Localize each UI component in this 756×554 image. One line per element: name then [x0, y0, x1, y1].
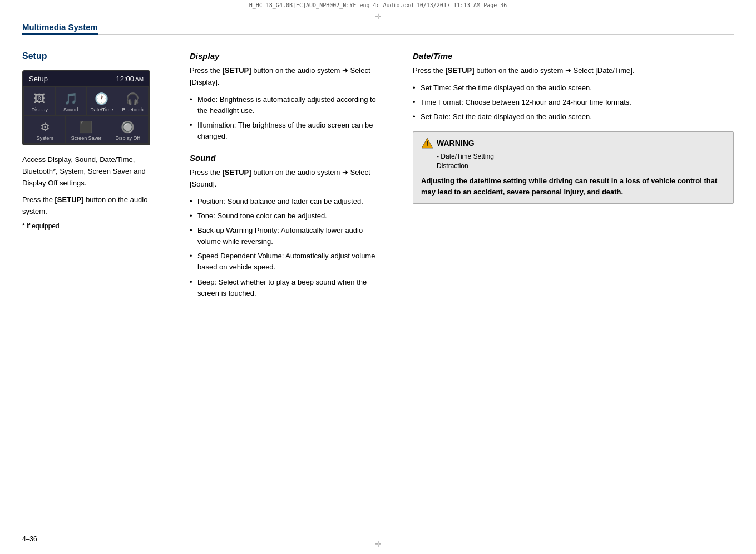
screen-header: Setup 12:00AM — [23, 71, 149, 86]
warning-header: ! WARNING — [421, 138, 725, 149]
setup-footnote: * if equipped — [22, 222, 161, 230]
page-title: Multimedia System — [22, 22, 98, 35]
screen-item-display[interactable]: 🖼 Display — [24, 87, 55, 115]
datetime-bullet-1: Set Time: Set the time displayed on the … — [413, 82, 734, 94]
screen-label-system: System — [37, 135, 53, 141]
sound-bullet-3: Back-up Warning Priority: Automatically … — [190, 225, 384, 247]
screen-setup-label: Setup — [29, 75, 48, 83]
screen-label-bluetooth: Bluetooth — [122, 107, 144, 112]
page-number: 4–36 — [22, 535, 37, 543]
col-divider-left — [184, 51, 184, 302]
crosshair-bottom-decoration: ✛ — [375, 538, 382, 550]
displayoff-icon: 🔘 — [121, 120, 135, 134]
file-header: H_HC 18_G4.0B[EC]AUD_NPH002_N:YF eng 4c-… — [0, 0, 756, 11]
screen-item-sound[interactable]: 🎵 Sound — [56, 87, 86, 115]
display-bullet-1: Mode: Brightness is automatically adjust… — [190, 94, 384, 116]
screen-label-screensaver: Screen Saver — [71, 135, 102, 141]
display-bullets: Mode: Brightness is automatically adjust… — [190, 94, 384, 143]
sound-icon: 🎵 — [64, 92, 78, 105]
sound-setup-keyword: [SETUP] — [223, 168, 251, 177]
display-section: Display Press the [SETUP] button on the … — [190, 51, 384, 142]
left-column: Setup Setup 12:00AM 🖼 Display 🎵 — [22, 51, 178, 302]
sound-heading: Sound — [190, 153, 384, 163]
sound-bullet-4: Speed Dependent Volume: Automatically ad… — [190, 251, 384, 273]
screen-time: 12:00AM — [116, 75, 144, 83]
display-icon: 🖼 — [34, 92, 45, 105]
page-container: H_HC 18_G4.0B[EC]AUD_NPH002_N:YF eng 4c-… — [0, 0, 756, 554]
main-content: Setup Setup 12:00AM 🖼 Display 🎵 — [0, 35, 756, 313]
display-setup-keyword: [SETUP] — [223, 66, 251, 75]
screen-label-sound: Sound — [63, 107, 78, 112]
display-heading: Display — [190, 51, 384, 61]
crosshair-top-decoration: ✛ — [0, 11, 756, 22]
datetime-bullet-2: Time Format: Choose between 12-hour and … — [413, 97, 734, 108]
svg-text:!: ! — [426, 140, 428, 148]
screen-grid-top: 🖼 Display 🎵 Sound 🕐 Date/Time 🎧 Bluetoot… — [23, 86, 149, 116]
display-intro: Press the [SETUP] button on the audio sy… — [190, 65, 384, 89]
setup-instruction: Press the [SETUP] button on the audio sy… — [22, 194, 161, 218]
display-bullet-2: Illumination: The brightness of the audi… — [190, 120, 384, 142]
datetime-intro: Press the [SETUP] button on the audio sy… — [413, 65, 734, 77]
sound-intro: Press the [SETUP] button on the audio sy… — [190, 167, 384, 190]
screen-label-displayoff: Display Off — [115, 135, 140, 141]
screen-item-screensaver[interactable]: ⬛ Screen Saver — [66, 116, 106, 143]
sound-bullet-2: Tone: Sound tone color can be adjusted. — [190, 210, 384, 222]
sound-section: Sound Press the [SETUP] button on the au… — [190, 153, 384, 299]
setup-keyword: [SETUP] — [55, 195, 84, 204]
middle-column: Display Press the [SETUP] button on the … — [190, 51, 401, 302]
sound-bullet-1: Position: Sound balance and fader can be… — [190, 196, 384, 207]
screen-item-displayoff[interactable]: 🔘 Display Off — [107, 116, 148, 143]
warning-subtitle: - Date/Time Setting Distraction — [437, 152, 725, 171]
sound-bullet-5: Beep: Select whether to play a beep soun… — [190, 277, 384, 299]
screensaver-icon: ⬛ — [79, 120, 93, 134]
datetime-section: Date/Time Press the [SETUP] button on th… — [413, 51, 734, 122]
warning-box: ! WARNING - Date/Time Setting Distractio… — [413, 131, 734, 204]
screen-item-datetime[interactable]: 🕐 Date/Time — [87, 87, 117, 115]
col-divider-right — [407, 51, 407, 302]
datetime-setup-keyword: [SETUP] — [446, 66, 475, 75]
bluetooth-icon: 🎧 — [126, 92, 140, 105]
sound-bullets: Position: Sound balance and fader can be… — [190, 196, 384, 299]
screen-label-datetime: Date/Time — [90, 107, 113, 112]
header-section: Multimedia System — [0, 22, 756, 35]
setup-title: Setup — [22, 51, 161, 61]
datetime-heading: Date/Time — [413, 51, 734, 61]
screen-grid-bottom: ⚙ System ⬛ Screen Saver 🔘 Display Off — [23, 116, 149, 144]
system-icon: ⚙ — [40, 120, 50, 134]
datetime-icon: 🕐 — [95, 92, 108, 105]
screen-label-display: Display — [32, 107, 48, 112]
setup-screen: Setup 12:00AM 🖼 Display 🎵 Sound — [22, 70, 150, 145]
warning-title: WARNING — [437, 139, 475, 148]
right-column: Date/Time Press the [SETUP] button on th… — [413, 51, 734, 302]
screen-item-system[interactable]: ⚙ System — [24, 116, 65, 143]
screen-item-bluetooth[interactable]: 🎧 Bluetooth — [117, 87, 148, 115]
datetime-bullets: Set Time: Set the time displayed on the … — [413, 82, 734, 122]
datetime-bullet-3: Set Date: Set the date displayed on the … — [413, 111, 734, 122]
setup-description: Access Display, Sound, Date/Time, Blueto… — [22, 154, 161, 189]
warning-triangle-icon: ! — [421, 138, 433, 149]
warning-body: Adjusting the date/time setting while dr… — [421, 175, 725, 198]
